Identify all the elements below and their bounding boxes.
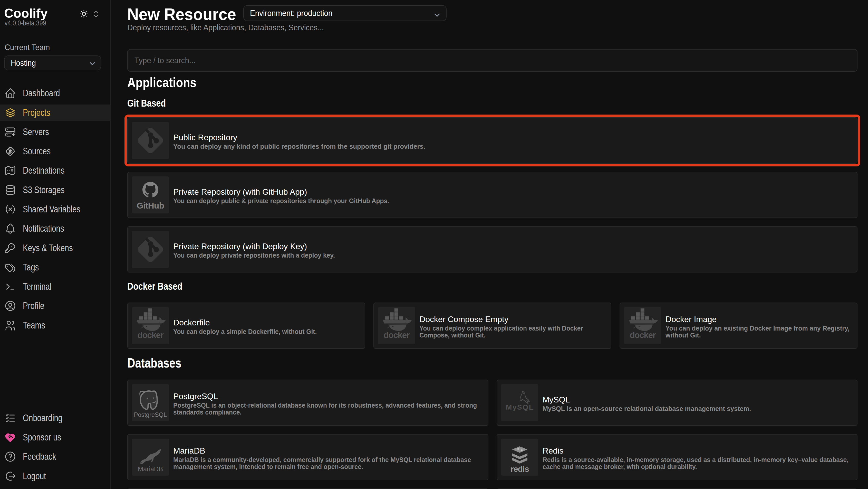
svg-text:MySQL: MySQL xyxy=(506,403,533,411)
svg-text:docker: docker xyxy=(629,330,656,340)
svg-text:GitHub: GitHub xyxy=(137,201,164,210)
svg-text:docker: docker xyxy=(137,330,163,340)
svg-text:MariaDB: MariaDB xyxy=(138,465,163,472)
svg-text:redis: redis xyxy=(510,464,529,473)
svg-text:PostgreSQL: PostgreSQL xyxy=(134,411,167,418)
svg-text:docker: docker xyxy=(383,330,410,340)
